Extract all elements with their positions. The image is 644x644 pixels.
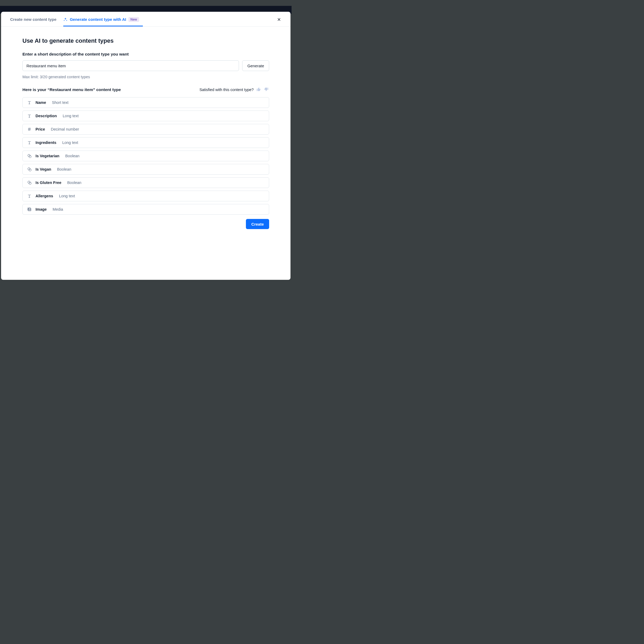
tab-label: Generate content type with AI	[70, 17, 126, 22]
page-title: Use AI to generate content types	[22, 37, 269, 44]
create-button[interactable]: Create	[246, 219, 269, 229]
thumbs-up-button[interactable]	[256, 87, 261, 93]
modal-tabs: Create new content type Generate content…	[1, 12, 290, 27]
feedback-group: Satisfied with this content type?	[199, 87, 269, 93]
close-icon	[277, 19, 281, 23]
field-name: Image	[36, 207, 47, 211]
generate-button[interactable]: Generate	[242, 60, 269, 71]
text-icon	[27, 140, 32, 145]
field-type: Boolean	[67, 180, 81, 185]
boolean-icon	[27, 154, 32, 158]
field-type: Long text	[63, 114, 79, 118]
field-name: Description	[36, 114, 57, 118]
modal-dialog: Create new content type Generate content…	[1, 12, 290, 280]
field-type: Long text	[59, 194, 75, 198]
field-type: Boolean	[57, 167, 71, 171]
thumbs-up-icon	[256, 87, 261, 92]
field-list: NameShort textDescriptionLong textPriceD…	[22, 97, 269, 215]
field-row[interactable]: NameShort text	[22, 97, 269, 108]
boolean-icon	[27, 180, 32, 185]
result-title: Here is your “Restaurant menu item” cont…	[22, 87, 121, 92]
field-name: Ingredients	[36, 140, 56, 145]
limit-hint: Max limit: 3/20 generated content types	[22, 75, 269, 79]
field-name: Is Gluten Free	[36, 180, 61, 185]
modal-body: Use AI to generate content types Enter a…	[1, 27, 290, 280]
field-row[interactable]: Is VegetarianBoolean	[22, 151, 269, 161]
number-icon	[27, 127, 32, 132]
field-name: Is Vegetarian	[36, 154, 59, 158]
field-type: Boolean	[65, 154, 79, 158]
tab-label: Create new content type	[10, 17, 56, 22]
field-row[interactable]: IngredientsLong text	[22, 137, 269, 148]
field-row[interactable]: PriceDecimal number	[22, 124, 269, 135]
text-icon	[27, 100, 32, 105]
tab-create-new[interactable]: Create new content type	[10, 12, 60, 26]
text-icon	[27, 194, 32, 198]
thumbs-down-icon	[264, 87, 269, 92]
description-input[interactable]	[22, 60, 239, 71]
field-name: Is Vegan	[36, 167, 51, 171]
sparkle-icon	[63, 17, 68, 22]
tab-generate-ai[interactable]: Generate content type with AI New	[63, 12, 143, 26]
field-name: Allergens	[36, 194, 53, 198]
media-icon	[27, 207, 32, 212]
boolean-icon	[27, 167, 32, 172]
field-row[interactable]: Is Gluten FreeBoolean	[22, 177, 269, 188]
text-icon	[27, 113, 32, 118]
badge-new: New	[128, 17, 139, 22]
input-label: Enter a short description of the content…	[22, 52, 269, 57]
field-name: Name	[36, 100, 46, 105]
field-type: Short text	[52, 100, 69, 105]
field-name: Price	[36, 127, 45, 131]
field-type: Media	[53, 207, 63, 211]
field-row[interactable]: Is VeganBoolean	[22, 164, 269, 175]
field-type: Long text	[62, 140, 78, 145]
thumbs-down-button[interactable]	[264, 87, 269, 93]
close-button[interactable]	[275, 15, 283, 24]
field-type: Decimal number	[51, 127, 79, 131]
feedback-label: Satisfied with this content type?	[199, 88, 254, 92]
field-row[interactable]: AllergensLong text	[22, 191, 269, 201]
field-row[interactable]: DescriptionLong text	[22, 111, 269, 121]
field-row[interactable]: ImageMedia	[22, 204, 269, 215]
